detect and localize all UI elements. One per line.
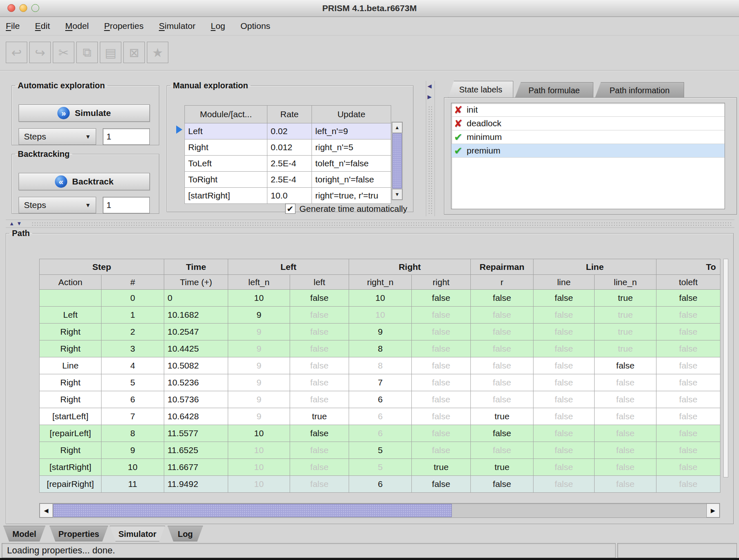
path-cell[interactable]: Right bbox=[40, 442, 102, 459]
redo-button[interactable]: ↪ bbox=[29, 42, 51, 63]
backtrack-steps-input[interactable] bbox=[103, 197, 150, 213]
path-cell[interactable]: 10.5082 bbox=[164, 357, 228, 374]
path-cell[interactable]: false bbox=[534, 324, 595, 340]
path-cell[interactable]: 9 bbox=[228, 324, 290, 340]
path-cell[interactable]: 9 bbox=[228, 307, 290, 324]
path-cell[interactable]: false bbox=[656, 476, 720, 493]
scroll-right-icon[interactable]: ▶ bbox=[706, 503, 720, 517]
path-cell[interactable]: 8 bbox=[349, 340, 412, 357]
scroll-down-icon[interactable]: ▼ bbox=[392, 189, 402, 200]
collapse-up-icon[interactable]: ▲ bbox=[9, 221, 14, 226]
manual-transition-row[interactable]: [startRight]10.0right'=true, r'=tru bbox=[185, 188, 391, 204]
path-cell[interactable]: Right bbox=[40, 340, 102, 357]
path-cell[interactable]: false bbox=[595, 374, 656, 391]
path-cell[interactable]: 0 bbox=[102, 290, 164, 307]
state-label-premium[interactable]: ✔premium bbox=[451, 144, 725, 158]
path-cell[interactable]: false bbox=[290, 442, 349, 459]
tab-model[interactable]: Model bbox=[3, 526, 45, 541]
state-label-deadlock[interactable]: ✘deadlock bbox=[451, 117, 725, 130]
path-cell[interactable]: false bbox=[595, 391, 656, 408]
path-cell[interactable]: 9 bbox=[228, 357, 290, 374]
path-step-row[interactable]: Left110.16829false10falsefalsefalsetruef… bbox=[40, 307, 720, 324]
horizontal-split-divider[interactable]: ▲ ▼ bbox=[6, 220, 734, 228]
paste-button[interactable]: ▤ bbox=[100, 42, 121, 63]
path-cell[interactable]: 11.5577 bbox=[164, 425, 228, 442]
path-vertical-scroll-track[interactable] bbox=[723, 259, 728, 477]
backtrack-button[interactable]: « Backtrack bbox=[19, 173, 150, 190]
path-cell[interactable]: true bbox=[412, 459, 471, 476]
path-cell[interactable]: false bbox=[290, 459, 349, 476]
manual-cell[interactable]: 0.02 bbox=[267, 123, 312, 139]
path-cell[interactable]: Left bbox=[40, 307, 102, 324]
path-step-row[interactable]: [repairLeft]811.557710false6falsefalsefa… bbox=[40, 425, 720, 442]
path-cell[interactable]: 11.6525 bbox=[164, 442, 228, 459]
path-cell[interactable]: false bbox=[471, 442, 534, 459]
tab-simulator[interactable]: Simulator bbox=[110, 526, 165, 541]
path-cell[interactable]: false bbox=[412, 374, 471, 391]
backtrack-steps-dropdown[interactable]: Steps ▼ bbox=[19, 197, 96, 213]
path-cell[interactable]: 10 bbox=[228, 290, 290, 307]
path-cell[interactable]: 8 bbox=[349, 357, 412, 374]
path-cell[interactable]: 3 bbox=[102, 340, 164, 357]
path-cell[interactable]: true bbox=[290, 408, 349, 425]
path-cell[interactable]: 9 bbox=[228, 374, 290, 391]
path-cell[interactable]: false bbox=[534, 391, 595, 408]
manual-cell[interactable]: right_n'=5 bbox=[312, 139, 391, 156]
path-cell[interactable]: false bbox=[290, 324, 349, 340]
manual-cell[interactable]: toleft_n'=false bbox=[312, 156, 391, 172]
path-cell[interactable]: 10 bbox=[102, 459, 164, 476]
path-cell[interactable]: [repairLeft] bbox=[40, 425, 102, 442]
path-cell[interactable]: [startLeft] bbox=[40, 408, 102, 425]
path-cell[interactable]: 7 bbox=[102, 408, 164, 425]
path-cell[interactable]: false bbox=[534, 307, 595, 324]
path-cell[interactable]: 10 bbox=[228, 476, 290, 493]
scrollbar-thumb[interactable] bbox=[53, 504, 452, 517]
tab-log[interactable]: Log bbox=[168, 526, 203, 541]
path-cell[interactable]: 7 bbox=[349, 374, 412, 391]
tab-path-formulae[interactable]: Path formulae bbox=[515, 82, 593, 98]
path-cell[interactable]: false bbox=[471, 425, 534, 442]
path-cell[interactable] bbox=[40, 290, 102, 307]
path-cell[interactable]: false bbox=[534, 340, 595, 357]
path-cell[interactable]: false bbox=[471, 290, 534, 307]
path-cell[interactable]: 6 bbox=[349, 476, 412, 493]
path-cell[interactable]: 1 bbox=[102, 307, 164, 324]
path-cell[interactable]: 10.1682 bbox=[164, 307, 228, 324]
path-cell[interactable]: false bbox=[534, 374, 595, 391]
manual-cell[interactable]: Right bbox=[185, 139, 267, 156]
path-cell[interactable]: false bbox=[290, 476, 349, 493]
path-cell[interactable]: 11.9492 bbox=[164, 476, 228, 493]
path-cell[interactable]: false bbox=[595, 459, 656, 476]
path-cell[interactable]: 10.2547 bbox=[164, 324, 228, 340]
tab-path-information[interactable]: Path information bbox=[595, 82, 684, 98]
manual-transition-row[interactable]: Right0.012right_n'=5 bbox=[185, 139, 391, 156]
path-cell[interactable]: 5 bbox=[349, 459, 412, 476]
path-cell[interactable]: 9 bbox=[228, 391, 290, 408]
scrollbar-thumb[interactable] bbox=[392, 133, 402, 189]
path-cell[interactable]: false bbox=[471, 307, 534, 324]
path-cell[interactable]: false bbox=[290, 391, 349, 408]
scroll-left-icon[interactable]: ◀ bbox=[40, 503, 53, 517]
path-cell[interactable]: false bbox=[656, 340, 720, 357]
path-cell[interactable]: false bbox=[595, 357, 656, 374]
manual-cell[interactable]: toright_n'=false bbox=[312, 172, 391, 188]
manual-cell[interactable]: ToRight bbox=[185, 172, 267, 188]
path-cell[interactable]: 9 bbox=[349, 324, 412, 340]
path-cell[interactable]: 5 bbox=[349, 442, 412, 459]
path-cell[interactable]: false bbox=[290, 425, 349, 442]
path-cell[interactable]: 2 bbox=[102, 324, 164, 340]
path-cell[interactable]: false bbox=[656, 425, 720, 442]
path-cell[interactable]: true bbox=[595, 324, 656, 340]
manual-transition-row[interactable]: ToRight2.5E-4toright_n'=false bbox=[185, 172, 391, 188]
path-step-row[interactable]: 0010false10falsefalsefalsetruefalse bbox=[40, 290, 720, 307]
path-cell[interactable]: true bbox=[595, 307, 656, 324]
path-cell[interactable]: false bbox=[534, 290, 595, 307]
manual-cell[interactable]: Left bbox=[185, 123, 267, 139]
path-step-row[interactable]: [startLeft]710.64289true6falsetruefalsef… bbox=[40, 408, 720, 425]
path-cell[interactable]: 10 bbox=[228, 425, 290, 442]
path-cell[interactable]: false bbox=[471, 391, 534, 408]
path-cell[interactable]: false bbox=[412, 290, 471, 307]
path-cell[interactable]: false bbox=[534, 459, 595, 476]
path-cell[interactable]: false bbox=[656, 324, 720, 340]
path-cell[interactable]: 10 bbox=[349, 290, 412, 307]
